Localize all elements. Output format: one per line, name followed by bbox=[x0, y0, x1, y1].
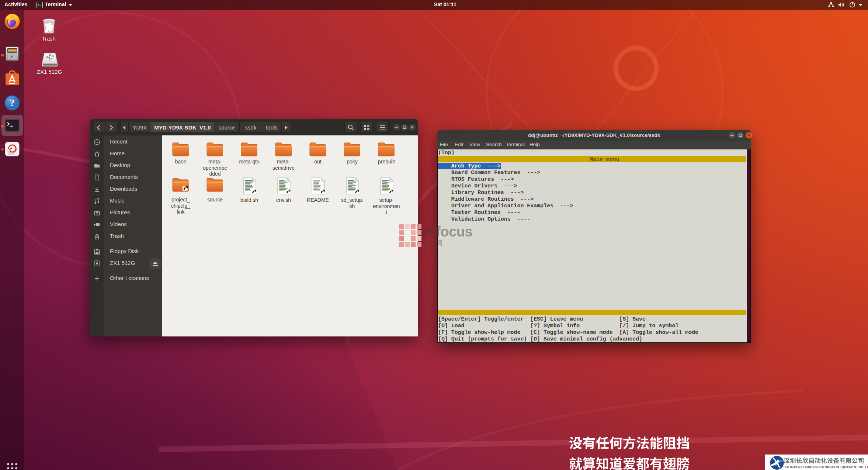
svg-text:?: ? bbox=[10, 97, 15, 108]
